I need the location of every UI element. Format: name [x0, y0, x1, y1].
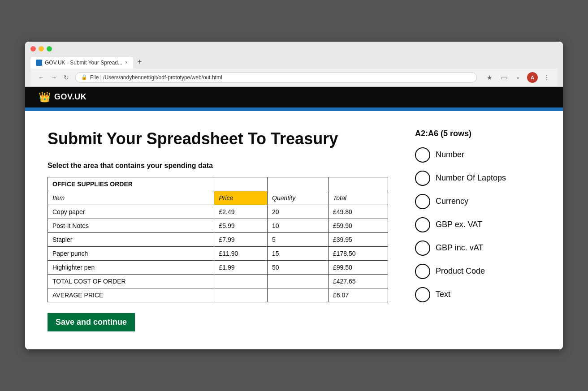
maximize-button[interactable]: [47, 46, 52, 52]
forward-button[interactable]: →: [48, 72, 59, 83]
radio-label-gbp-ex-vat: GBP ex. VAT: [436, 220, 482, 229]
office-supplies-header: OFFICE SUPPLIES ORDER: [48, 177, 214, 191]
govuk-logo-text: GOV.UK: [54, 92, 86, 102]
page-title: Submit Your Spreadsheet To Treasury: [48, 129, 388, 148]
total-value: £427.65: [328, 275, 388, 288]
address-text: File | /Users/andybennett/git/odf-protot…: [90, 74, 222, 81]
price-3: £7.99: [214, 233, 268, 247]
radio-option-number[interactable]: Number: [415, 147, 540, 163]
average-empty-2: [268, 288, 329, 302]
browser-chrome: GOV.UK - Submit Your Spread... × + ← → ↻…: [25, 42, 563, 87]
radio-circle-gbp-inc-vat[interactable]: [415, 241, 430, 256]
total-label: TOTAL COST OF ORDER: [48, 275, 214, 288]
cast-button[interactable]: ▭: [498, 72, 509, 83]
item-4: Paper punch: [48, 247, 214, 261]
col-total: Total: [328, 191, 388, 205]
qty-1: 20: [268, 205, 329, 219]
total-empty-2: [268, 275, 329, 288]
radio-circle-number[interactable]: [415, 147, 430, 163]
price-5: £1.99: [214, 261, 268, 275]
radio-option-number-of-laptops[interactable]: Number Of Laptops: [415, 171, 540, 186]
table-header-row: OFFICE SUPPLIES ORDER: [48, 177, 388, 191]
table-row: Stapler £7.99 5 £39.95: [48, 233, 388, 247]
table-row: Copy paper £2.49 20 £49.80: [48, 205, 388, 219]
price-4: £11.90: [214, 247, 268, 261]
radio-circle-number-of-laptops[interactable]: [415, 171, 430, 186]
address-bar: ← → ↻ 🔒 File | /Users/andybennett/git/od…: [30, 69, 558, 86]
radio-label-text: Text: [436, 290, 450, 299]
bookmark-button[interactable]: ★: [484, 72, 495, 83]
left-panel: Submit Your Spreadsheet To Treasury Sele…: [48, 129, 388, 331]
radio-option-text[interactable]: Text: [415, 287, 540, 302]
main-content: Submit Your Spreadsheet To Treasury Sele…: [25, 111, 563, 349]
total-5: £99.50: [328, 261, 388, 275]
save-continue-button[interactable]: Save and continue: [48, 313, 135, 331]
item-2: Post-It Notes: [48, 219, 214, 233]
total-empty-1: [214, 275, 268, 288]
url-input[interactable]: 🔒 File | /Users/andybennett/git/odf-prot…: [75, 72, 477, 83]
radio-option-gbp-inc-vat[interactable]: GBP inc. vAT: [415, 241, 540, 256]
total-2: £59.90: [328, 219, 388, 233]
radio-label-number-of-laptops: Number Of Laptops: [436, 173, 506, 183]
col-item: Item: [48, 191, 214, 205]
govuk-logo[interactable]: 👑 GOV.UK: [39, 91, 86, 103]
table-row: Paper punch £11.90 15 £178.50: [48, 247, 388, 261]
header-empty-3: [328, 177, 388, 191]
browser-tabs: GOV.UK - Submit Your Spread... × +: [30, 55, 558, 69]
item-3: Stapler: [48, 233, 214, 247]
radio-option-gbp-ex-vat[interactable]: GBP ex. VAT: [415, 217, 540, 232]
qty-4: 15: [268, 247, 329, 261]
total-1: £49.80: [328, 205, 388, 219]
active-tab[interactable]: GOV.UK - Submit Your Spread... ×: [30, 57, 133, 69]
close-button[interactable]: [30, 46, 36, 52]
item-5: Highlighter pen: [48, 261, 214, 275]
radio-circle-currency[interactable]: [415, 194, 430, 209]
govuk-header: 👑 GOV.UK: [25, 87, 563, 107]
header-empty-1: [214, 177, 268, 191]
qty-2: 10: [268, 219, 329, 233]
new-tab-button[interactable]: +: [134, 55, 145, 69]
item-1: Copy paper: [48, 205, 214, 219]
radio-option-product-code[interactable]: Product Code: [415, 264, 540, 279]
table-row: Highlighter pen £1.99 50 £99.50: [48, 261, 388, 275]
radio-circle-product-code[interactable]: [415, 264, 430, 279]
back-button[interactable]: ←: [36, 72, 47, 83]
average-label: AVERAGE PRICE: [48, 288, 214, 302]
page-content: 👑 GOV.UK Submit Your Spreadsheet To Trea…: [25, 87, 563, 349]
radio-circle-gbp-ex-vat[interactable]: [415, 217, 430, 232]
total-row: TOTAL COST OF ORDER £427.65: [48, 275, 388, 288]
screen-share-button[interactable]: ▫: [513, 72, 523, 83]
price-1: £2.49: [214, 205, 268, 219]
total-4: £178.50: [328, 247, 388, 261]
browser-actions: ★ ▭ ▫ A ⋮: [484, 72, 552, 83]
cell-range-label: A2:A6 (5 rows): [415, 129, 540, 138]
browser-window: GOV.UK - Submit Your Spread... × + ← → ↻…: [25, 42, 563, 349]
average-empty-1: [214, 288, 268, 302]
radio-circle-text[interactable]: [415, 287, 430, 302]
blue-bar: [25, 107, 563, 111]
total-3: £39.95: [328, 233, 388, 247]
section-label: Select the area that contains your spend…: [48, 162, 388, 170]
qty-3: 5: [268, 233, 329, 247]
col-quantity: Quantity: [268, 191, 329, 205]
price-2: £5.99: [214, 219, 268, 233]
radio-label-currency: Currency: [436, 197, 468, 206]
tab-favicon: [36, 60, 42, 66]
average-row: AVERAGE PRICE £6.07: [48, 288, 388, 302]
radio-label-product-code: Product Code: [436, 266, 485, 276]
radio-option-currency[interactable]: Currency: [415, 194, 540, 209]
reload-button[interactable]: ↻: [61, 72, 72, 83]
tab-close-button[interactable]: ×: [125, 60, 128, 65]
crown-icon: 👑: [39, 91, 51, 103]
qty-5: 50: [268, 261, 329, 275]
lock-icon: 🔒: [81, 74, 87, 80]
radio-label-number: Number: [436, 150, 464, 159]
average-value: £6.07: [328, 288, 388, 302]
nav-buttons: ← → ↻: [36, 72, 72, 83]
minimize-button[interactable]: [39, 46, 44, 52]
profile-button[interactable]: A: [527, 72, 538, 83]
right-panel: A2:A6 (5 rows) Number Number Of Laptops …: [415, 129, 540, 310]
table-row: Post-It Notes £5.99 10 £59.90: [48, 219, 388, 233]
traffic-lights: [30, 46, 558, 52]
menu-button[interactable]: ⋮: [541, 72, 552, 83]
